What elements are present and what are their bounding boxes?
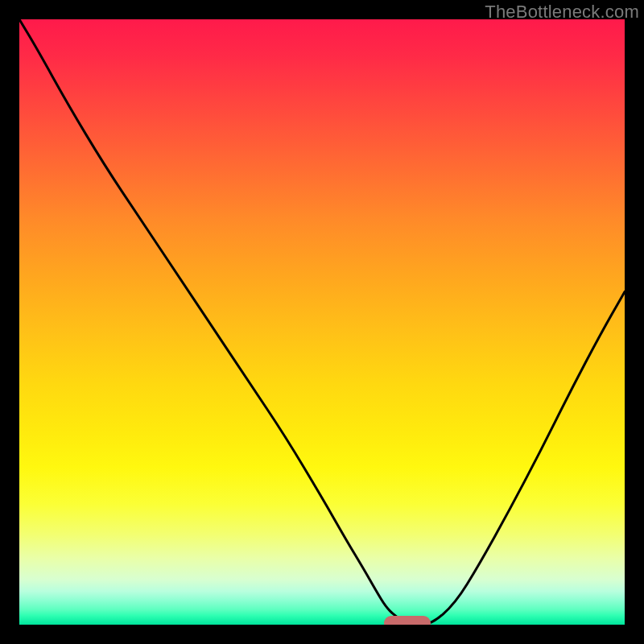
plot-area: [19, 19, 625, 625]
optimal-range-marker: [384, 616, 431, 625]
chart-frame: TheBottleneck.com: [0, 0, 644, 644]
curve-path: [19, 19, 625, 625]
bottleneck-curve: [19, 19, 625, 625]
watermark-text: TheBottleneck.com: [485, 2, 639, 23]
